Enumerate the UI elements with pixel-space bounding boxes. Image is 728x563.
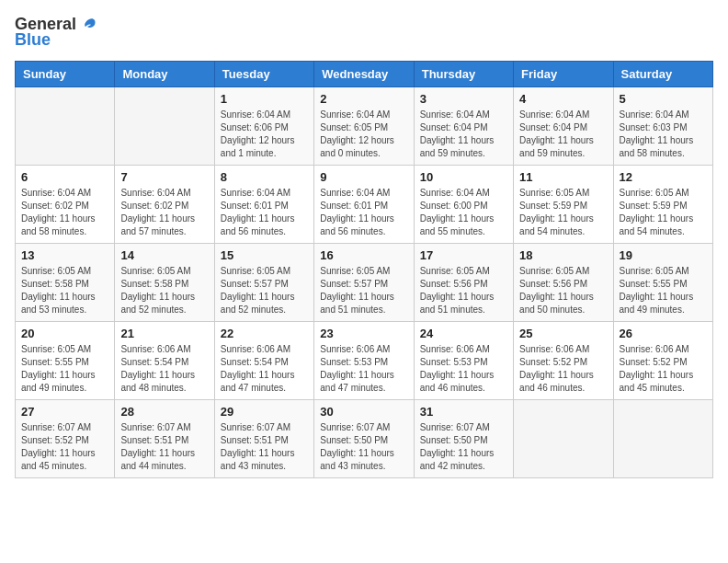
calendar-cell: 25Sunrise: 6:06 AM Sunset: 5:52 PM Dayli…	[514, 322, 613, 400]
day-number: 10	[420, 170, 507, 184]
calendar-cell: 31Sunrise: 6:07 AM Sunset: 5:50 PM Dayli…	[414, 400, 513, 478]
calendar-cell: 22Sunrise: 6:06 AM Sunset: 5:54 PM Dayli…	[214, 322, 313, 400]
logo-bird-icon	[80, 16, 98, 34]
day-info: Sunrise: 6:04 AM Sunset: 6:02 PM Dayligh…	[120, 187, 208, 238]
calendar-cell: 17Sunrise: 6:05 AM Sunset: 5:56 PM Dayli…	[414, 244, 513, 322]
day-info: Sunrise: 6:05 AM Sunset: 5:59 PM Dayligh…	[519, 187, 607, 238]
logo: General Blue	[15, 15, 98, 50]
calendar-table: SundayMondayTuesdayWednesdayThursdayFrid…	[15, 61, 713, 478]
day-number: 16	[320, 248, 407, 262]
day-number: 22	[221, 327, 308, 340]
day-number: 7	[120, 170, 208, 184]
day-number: 1	[221, 92, 308, 106]
day-number: 26	[620, 327, 707, 340]
column-header-tuesday: Tuesday	[214, 62, 313, 87]
calendar-cell: 5Sunrise: 6:04 AM Sunset: 6:03 PM Daylig…	[613, 87, 712, 166]
day-info: Sunrise: 6:06 AM Sunset: 5:52 PM Dayligh…	[519, 343, 607, 395]
day-info: Sunrise: 6:06 AM Sunset: 5:54 PM Dayligh…	[221, 343, 308, 395]
calendar-cell: 13Sunrise: 6:05 AM Sunset: 5:58 PM Dayli…	[16, 244, 115, 322]
calendar-cell	[16, 87, 115, 166]
calendar-cell: 27Sunrise: 6:07 AM Sunset: 5:52 PM Dayli…	[16, 400, 115, 478]
calendar-cell: 9Sunrise: 6:04 AM Sunset: 6:01 PM Daylig…	[314, 166, 414, 244]
day-info: Sunrise: 6:06 AM Sunset: 5:53 PM Dayligh…	[320, 343, 407, 395]
day-info: Sunrise: 6:04 AM Sunset: 6:00 PM Dayligh…	[420, 187, 507, 238]
day-info: Sunrise: 6:06 AM Sunset: 5:54 PM Dayligh…	[120, 343, 208, 395]
calendar-cell: 1Sunrise: 6:04 AM Sunset: 6:06 PM Daylig…	[214, 87, 313, 166]
day-info: Sunrise: 6:07 AM Sunset: 5:52 PM Dayligh…	[21, 421, 108, 473]
day-number: 19	[620, 248, 707, 262]
page-header: General Blue	[15, 15, 713, 50]
day-number: 25	[519, 327, 607, 340]
day-number: 17	[420, 248, 507, 262]
day-info: Sunrise: 6:06 AM Sunset: 5:53 PM Dayligh…	[420, 343, 507, 395]
column-header-friday: Friday	[514, 62, 613, 87]
day-number: 21	[120, 327, 208, 340]
column-header-wednesday: Wednesday	[314, 62, 414, 87]
week-row-1: 1Sunrise: 6:04 AM Sunset: 6:06 PM Daylig…	[16, 87, 713, 166]
day-number: 27	[21, 405, 108, 419]
logo-blue-text: Blue	[15, 30, 51, 50]
calendar-cell: 6Sunrise: 6:04 AM Sunset: 6:02 PM Daylig…	[16, 166, 115, 244]
calendar-header: SundayMondayTuesdayWednesdayThursdayFrid…	[16, 62, 713, 87]
calendar-cell: 4Sunrise: 6:04 AM Sunset: 6:04 PM Daylig…	[514, 87, 613, 166]
day-info: Sunrise: 6:04 AM Sunset: 6:01 PM Dayligh…	[221, 187, 308, 238]
header-row: SundayMondayTuesdayWednesdayThursdayFrid…	[16, 62, 713, 87]
day-info: Sunrise: 6:04 AM Sunset: 6:04 PM Dayligh…	[519, 109, 607, 160]
day-info: Sunrise: 6:05 AM Sunset: 5:58 PM Dayligh…	[21, 265, 108, 316]
day-number: 6	[21, 170, 108, 184]
calendar-cell: 15Sunrise: 6:05 AM Sunset: 5:57 PM Dayli…	[214, 244, 313, 322]
day-info: Sunrise: 6:04 AM Sunset: 6:01 PM Dayligh…	[320, 187, 407, 238]
day-info: Sunrise: 6:05 AM Sunset: 5:55 PM Dayligh…	[21, 343, 108, 395]
calendar-cell: 10Sunrise: 6:04 AM Sunset: 6:00 PM Dayli…	[414, 166, 513, 244]
calendar-cell: 18Sunrise: 6:05 AM Sunset: 5:56 PM Dayli…	[514, 244, 613, 322]
calendar-cell: 11Sunrise: 6:05 AM Sunset: 5:59 PM Dayli…	[514, 166, 613, 244]
week-row-2: 6Sunrise: 6:04 AM Sunset: 6:02 PM Daylig…	[16, 166, 713, 244]
day-info: Sunrise: 6:05 AM Sunset: 5:59 PM Dayligh…	[620, 187, 707, 238]
day-info: Sunrise: 6:06 AM Sunset: 5:52 PM Dayligh…	[620, 343, 707, 395]
column-header-saturday: Saturday	[613, 62, 712, 87]
calendar-body: 1Sunrise: 6:04 AM Sunset: 6:06 PM Daylig…	[16, 87, 713, 478]
week-row-5: 27Sunrise: 6:07 AM Sunset: 5:52 PM Dayli…	[16, 400, 713, 478]
day-number: 9	[320, 170, 407, 184]
week-row-4: 20Sunrise: 6:05 AM Sunset: 5:55 PM Dayli…	[16, 322, 713, 400]
day-number: 15	[221, 248, 308, 262]
calendar-cell	[115, 87, 214, 166]
day-number: 11	[519, 170, 607, 184]
calendar-cell: 16Sunrise: 6:05 AM Sunset: 5:57 PM Dayli…	[314, 244, 414, 322]
day-info: Sunrise: 6:07 AM Sunset: 5:50 PM Dayligh…	[320, 421, 407, 473]
day-number: 2	[320, 92, 407, 106]
day-number: 8	[221, 170, 308, 184]
calendar-cell: 23Sunrise: 6:06 AM Sunset: 5:53 PM Dayli…	[314, 322, 414, 400]
day-info: Sunrise: 6:07 AM Sunset: 5:51 PM Dayligh…	[120, 421, 208, 473]
calendar-cell: 3Sunrise: 6:04 AM Sunset: 6:04 PM Daylig…	[414, 87, 513, 166]
calendar-cell: 14Sunrise: 6:05 AM Sunset: 5:58 PM Dayli…	[115, 244, 214, 322]
day-number: 12	[620, 170, 707, 184]
column-header-sunday: Sunday	[16, 62, 115, 87]
calendar-cell: 12Sunrise: 6:05 AM Sunset: 5:59 PM Dayli…	[613, 166, 712, 244]
column-header-monday: Monday	[115, 62, 214, 87]
calendar-cell: 7Sunrise: 6:04 AM Sunset: 6:02 PM Daylig…	[115, 166, 214, 244]
calendar-cell: 21Sunrise: 6:06 AM Sunset: 5:54 PM Dayli…	[115, 322, 214, 400]
day-info: Sunrise: 6:05 AM Sunset: 5:58 PM Dayligh…	[120, 265, 208, 316]
day-info: Sunrise: 6:04 AM Sunset: 6:06 PM Dayligh…	[221, 109, 308, 160]
calendar-cell: 28Sunrise: 6:07 AM Sunset: 5:51 PM Dayli…	[115, 400, 214, 478]
week-row-3: 13Sunrise: 6:05 AM Sunset: 5:58 PM Dayli…	[16, 244, 713, 322]
calendar-cell	[514, 400, 613, 478]
day-number: 23	[320, 327, 407, 340]
calendar-cell: 30Sunrise: 6:07 AM Sunset: 5:50 PM Dayli…	[314, 400, 414, 478]
day-number: 5	[620, 92, 707, 106]
day-info: Sunrise: 6:04 AM Sunset: 6:05 PM Dayligh…	[320, 109, 407, 160]
calendar-cell	[613, 400, 712, 478]
day-info: Sunrise: 6:05 AM Sunset: 5:56 PM Dayligh…	[420, 265, 507, 316]
day-info: Sunrise: 6:05 AM Sunset: 5:57 PM Dayligh…	[320, 265, 407, 316]
day-info: Sunrise: 6:04 AM Sunset: 6:04 PM Dayligh…	[420, 109, 507, 160]
day-number: 30	[320, 405, 407, 419]
day-info: Sunrise: 6:07 AM Sunset: 5:51 PM Dayligh…	[221, 421, 308, 473]
day-number: 31	[420, 405, 507, 419]
day-info: Sunrise: 6:04 AM Sunset: 6:03 PM Dayligh…	[620, 109, 707, 160]
day-number: 29	[221, 405, 308, 419]
day-number: 24	[420, 327, 507, 340]
calendar-cell: 24Sunrise: 6:06 AM Sunset: 5:53 PM Dayli…	[414, 322, 513, 400]
calendar-cell: 26Sunrise: 6:06 AM Sunset: 5:52 PM Dayli…	[613, 322, 712, 400]
calendar-cell: 19Sunrise: 6:05 AM Sunset: 5:55 PM Dayli…	[613, 244, 712, 322]
